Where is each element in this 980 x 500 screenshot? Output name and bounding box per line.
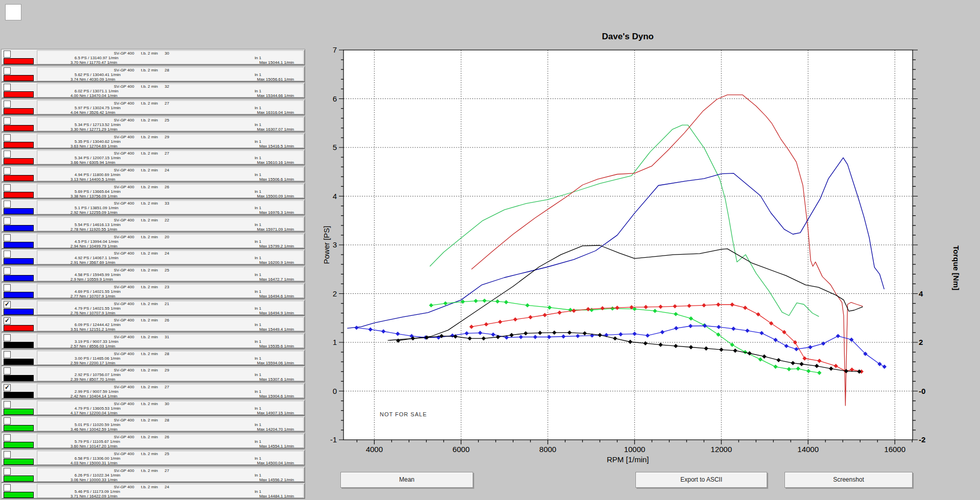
x-tick-label: 6000	[453, 445, 470, 454]
y-left-tick-label: 6	[333, 94, 337, 103]
y-right-tick-label: -2	[919, 435, 925, 444]
x-tick-label: 12000	[710, 445, 732, 454]
screenshot-button[interactable]: Screenshot	[785, 472, 913, 488]
y-left-tick-label: 0	[333, 387, 337, 395]
y-right-tick-label: 2	[919, 338, 923, 346]
mean-button[interactable]: Mean	[340, 472, 473, 488]
export-to-ascii-button[interactable]: Export to ASCII	[635, 472, 767, 488]
x-tick-label: 16000	[884, 445, 905, 454]
x-tick-label: 8000	[540, 445, 556, 454]
y-left-tick-label: 2	[333, 289, 337, 298]
chart-title: Dave's Dyno	[602, 32, 653, 41]
y-left-tick-label: 7	[333, 45, 337, 54]
y-left-tick-label: -1	[330, 435, 337, 444]
x-tick-label: 14000	[797, 445, 819, 454]
y-left-tick-label: 5	[333, 143, 337, 152]
y-left-tick-label: 3	[333, 240, 337, 249]
x-tick-label: 4000	[366, 445, 383, 454]
dyno-chart: 40006000800010000120001400016000-1012345…	[0, 0, 980, 500]
dyno-app-window: SV-GP 400 t.b. 2 min 306.5 PS / 13140.97…	[0, 0, 980, 500]
y-left-tick-label: 4	[333, 192, 337, 201]
y-left-tick-label: 1	[333, 338, 337, 346]
y-axis-label-power: Power [PS]	[322, 226, 331, 264]
y-axis-label-torque: Torque [Nm]	[952, 245, 961, 290]
x-axis-label: RPM [1/min]	[607, 455, 649, 464]
y-right-tick-label: -0	[919, 387, 925, 395]
x-tick-label: 10000	[624, 445, 645, 454]
y-right-tick-label: 4	[919, 289, 923, 298]
watermark-not-for-sale: NOT FOR SALE	[380, 411, 427, 417]
